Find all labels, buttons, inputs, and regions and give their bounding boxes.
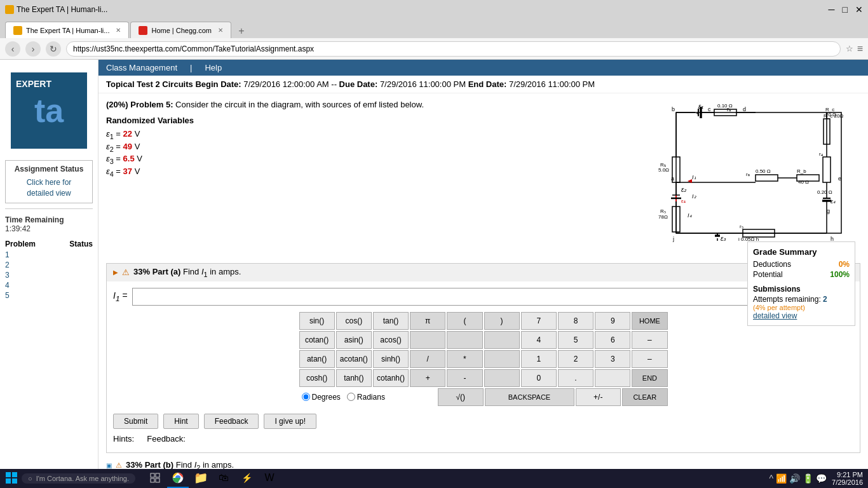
problem-link-2[interactable]: 2 <box>5 261 10 269</box>
btn-cos[interactable]: cos() <box>336 312 372 330</box>
task-view-btn[interactable] <box>144 469 166 488</box>
new-tab-button[interactable]: + <box>233 24 250 38</box>
cortana-search[interactable]: ○ I'm Cortana. Ask me anything. <box>22 473 135 484</box>
taskbar-store[interactable]: 🛍 <box>213 469 234 488</box>
hint-button[interactable]: Hint <box>163 414 198 429</box>
answer-input[interactable] <box>132 288 853 306</box>
btn-sub[interactable]: - <box>447 369 482 387</box>
bookmark-icon[interactable]: ☆ <box>846 44 853 53</box>
close-btn[interactable]: ✕ <box>855 4 863 15</box>
problem-link-3[interactable]: 3 <box>5 271 10 280</box>
class-management-link[interactable]: Class Management <box>106 63 177 72</box>
btn-pi[interactable]: π <box>410 312 445 330</box>
problem-text-area: (20%) Problem 5: Consider the circuit in… <box>106 100 651 258</box>
give-up-button[interactable]: I give up! <box>264 414 316 429</box>
btn-tanh[interactable]: tanh() <box>336 369 372 387</box>
btn-5[interactable]: 5 <box>558 331 593 349</box>
tab-chegg[interactable]: Home | Chegg.com ✕ <box>130 22 231 38</box>
btn-lparen[interactable]: ( <box>447 312 482 330</box>
notification-icon[interactable]: 💬 <box>816 473 827 484</box>
angle-mode-radio: Degrees Radians <box>299 388 437 406</box>
reload-button[interactable]: ↻ <box>46 41 61 57</box>
menu-icon[interactable]: ≡ <box>857 43 863 55</box>
btn-backspace[interactable]: BACKSPACE <box>485 388 574 406</box>
btn-dot[interactable]: . <box>558 369 593 387</box>
url-input[interactable] <box>66 41 841 57</box>
submit-button[interactable]: Submit <box>113 414 158 429</box>
main-content: Class Management | Help Topical Test 2 C… <box>98 60 868 471</box>
btn-minus1[interactable]: – <box>632 331 667 349</box>
word-icon: W <box>264 472 274 484</box>
btn-home[interactable]: HOME <box>632 312 667 330</box>
problem-link-5[interactable]: 5 <box>5 291 10 300</box>
btn-multiply[interactable]: * <box>447 350 482 368</box>
btn-1[interactable]: 1 <box>521 350 557 368</box>
btn-plus[interactable]: + <box>410 369 445 387</box>
btn-cotan[interactable]: cotan() <box>299 331 335 349</box>
btn-6[interactable]: 6 <box>595 331 630 349</box>
var-line-1: ε1 = 22 V <box>106 129 651 140</box>
btn-8[interactable]: 8 <box>558 312 593 330</box>
chevron-up-icon[interactable]: ^ <box>769 473 773 484</box>
btn-minus2[interactable]: – <box>632 350 667 368</box>
feedback-button[interactable]: Feedback <box>204 414 259 429</box>
btn-0[interactable]: 0 <box>521 369 557 387</box>
degrees-radio[interactable]: Degrees <box>302 393 341 402</box>
circuit-svg: b c r₁ d ε₁ <box>657 100 854 246</box>
click-here-link[interactable]: Click here for detailed view <box>10 177 88 199</box>
taskbar-word[interactable]: W <box>259 469 280 488</box>
forward-button[interactable]: › <box>25 41 41 57</box>
assignment-title: Topical Test 2 Circuits <box>106 79 193 89</box>
btn-tan[interactable]: tan() <box>373 312 409 330</box>
problem-link-4[interactable]: 4 <box>5 281 10 290</box>
svg-text:g: g <box>827 208 830 214</box>
tab-close-2[interactable]: ✕ <box>218 27 223 34</box>
btn-cosh[interactable]: cosh() <box>299 369 335 387</box>
battery-icon[interactable]: 🔋 <box>803 473 813 484</box>
maximize-btn[interactable]: □ <box>843 4 848 15</box>
deductions-value: 0% <box>839 260 850 269</box>
attempts-value: 2 <box>823 295 827 304</box>
asus-icon: ⚡ <box>241 473 252 483</box>
btn-sin[interactable]: sin() <box>299 312 335 330</box>
btn-rparen[interactable]: ) <box>484 312 520 330</box>
problem-link-1[interactable]: 1 <box>5 250 10 259</box>
taskbar-asus[interactable]: ⚡ <box>236 469 257 488</box>
btn-acotan[interactable]: acotan() <box>336 350 372 368</box>
btn-end[interactable]: END <box>632 369 667 387</box>
taskbar-explorer[interactable]: 📁 <box>190 469 212 488</box>
volume-icon[interactable]: 🔊 <box>789 473 800 484</box>
btn-2[interactable]: 2 <box>558 350 593 368</box>
radians-input[interactable] <box>347 393 355 401</box>
radians-radio[interactable]: Radians <box>347 393 385 402</box>
btn-asin[interactable]: asin() <box>336 331 372 349</box>
taskbar-time: 9:21 PM <box>832 471 863 478</box>
btn-plusminus[interactable]: +/- <box>576 388 621 406</box>
back-button[interactable]: ‹ <box>5 41 20 57</box>
tab-close-1[interactable]: ✕ <box>116 27 121 34</box>
btn-sqrt[interactable]: √() <box>438 388 484 406</box>
btn-4[interactable]: 4 <box>521 331 557 349</box>
svg-text:I₁: I₁ <box>692 174 696 180</box>
btn-sinh[interactable]: sinh() <box>373 350 409 368</box>
btn-empty2 <box>447 331 482 349</box>
btn-9[interactable]: 9 <box>595 312 630 330</box>
network-icon[interactable]: 📶 <box>776 473 787 484</box>
problem-row-3: 3 <box>5 270 93 280</box>
help-link[interactable]: Help <box>205 63 222 72</box>
btn-atan[interactable]: atan() <box>299 350 335 368</box>
detailed-view-link[interactable]: detailed view <box>753 311 850 320</box>
tab-expert-ta[interactable]: The Expert TA | Human-li... ✕ <box>5 22 129 38</box>
degrees-input[interactable] <box>302 393 310 401</box>
btn-divide[interactable]: / <box>410 350 445 368</box>
taskbar-chrome[interactable] <box>167 469 189 488</box>
svg-text:I₂: I₂ <box>692 193 696 200</box>
btn-clear[interactable]: CLEAR <box>622 388 668 406</box>
minimize-btn[interactable]: ─ <box>829 4 835 15</box>
btn-7[interactable]: 7 <box>521 312 557 330</box>
btn-acos[interactable]: acos() <box>373 331 409 349</box>
btn-3[interactable]: 3 <box>595 350 630 368</box>
start-button[interactable] <box>5 471 18 486</box>
var-line-2: ε2 = 49 V <box>106 142 651 153</box>
btn-cotanh[interactable]: cotanh() <box>373 369 409 387</box>
